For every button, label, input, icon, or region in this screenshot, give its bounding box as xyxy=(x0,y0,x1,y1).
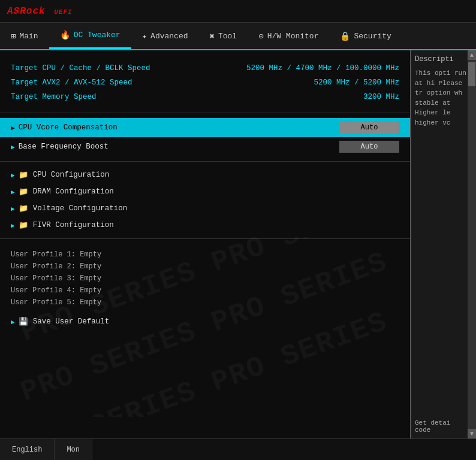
avx-speed-value: 5200 MHz / 5200 MHz xyxy=(314,78,399,87)
tab-tool[interactable]: ✖ Tool xyxy=(199,23,248,49)
cpu-config-arrow: ▶ xyxy=(11,171,15,179)
description-text: This opti run at hi Please tr option wh … xyxy=(415,68,472,128)
dram-config-label: DRAM Configuration xyxy=(33,187,114,196)
submenu-cpu-config[interactable]: ▶ 📁 CPU Configuration xyxy=(0,167,410,183)
vcore-arrow: ▶ xyxy=(11,124,15,132)
profile-3: User Profile 3: Empty xyxy=(11,273,399,285)
cpu-speed-label: Target CPU / Cache / BCLK Speed xyxy=(11,64,150,72)
description-title: Descripti xyxy=(415,55,472,63)
fivr-config-label: FIVR Configuration xyxy=(33,221,114,229)
advanced-icon: ✦ xyxy=(142,31,147,41)
tab-advanced-label: Advanced xyxy=(150,32,188,41)
hw-monitor-icon: ⊙ xyxy=(258,31,263,41)
description-panel: Descripti This opti run at hi Please tr … xyxy=(411,50,476,132)
bottom-bar: English Mon xyxy=(0,438,476,460)
profile-2: User Profile 2: Empty xyxy=(11,261,399,273)
vcore-value: Auto xyxy=(339,122,399,134)
save-user-default-row[interactable]: ▶ 💾 Save User Default xyxy=(0,313,410,330)
cpu-speed-value: 5200 MHz / 4700 MHz / 100.0000 MHz xyxy=(246,64,399,72)
setting-cpu-vcore[interactable]: ▶ CPU Vcore Compensation Auto xyxy=(0,118,410,137)
profiles-section: User Profile 1: Empty User Profile 2: Em… xyxy=(0,244,410,313)
dram-config-arrow: ▶ xyxy=(11,188,15,196)
description-bottom: Get detai code xyxy=(415,419,468,434)
cpu-config-label: CPU Configuration xyxy=(33,171,110,179)
info-row-cpu: Target CPU / Cache / BCLK Speed 5200 MHz… xyxy=(11,61,399,75)
profile-5: User Profile 5: Empty xyxy=(11,296,399,308)
save-arrow: ▶ xyxy=(11,318,15,326)
memory-speed-value: 3200 MHz xyxy=(363,93,399,101)
dram-config-folder-icon: 📁 xyxy=(19,187,28,196)
tab-advanced[interactable]: ✦ Advanced xyxy=(131,23,199,49)
save-default-label: Save User Default xyxy=(33,317,110,326)
base-freq-value: Auto xyxy=(339,141,399,153)
tab-oc-tweaker[interactable]: 🔥 OC Tweaker xyxy=(49,23,131,49)
monitor-label: Mon xyxy=(67,446,80,454)
vcore-label: CPU Vcore Compensation xyxy=(19,123,339,132)
scrollbar: ▲ ▼ xyxy=(468,50,476,438)
tab-hw-monitor[interactable]: ⊙ H/W Monitor xyxy=(248,23,329,49)
profile-4: User Profile 4: Empty xyxy=(11,285,399,296)
logo-brand: ASRock xyxy=(7,6,46,17)
language-button[interactable]: English xyxy=(0,439,55,460)
cpu-config-folder-icon: 📁 xyxy=(19,170,28,180)
fivr-config-arrow: ▶ xyxy=(11,222,15,229)
nav-bar: ⊞ Main 🔥 OC Tweaker ✦ Advanced ✖ Tool ⊙ … xyxy=(0,23,476,50)
setting-base-freq[interactable]: ▶ Base Frequency Boost Auto xyxy=(0,137,410,156)
monitor-button[interactable]: Mon xyxy=(55,439,92,460)
floppy-disk-icon: 💾 xyxy=(19,317,28,326)
separator-1 xyxy=(0,113,410,113)
submenu-voltage-config[interactable]: ▶ 📁 Voltage Configuration xyxy=(0,200,410,217)
info-section: Target CPU / Cache / BCLK Speed 5200 MHz… xyxy=(0,58,410,108)
tab-security-label: Security xyxy=(354,32,391,41)
tab-security[interactable]: 🔒 Security xyxy=(329,23,402,49)
base-freq-label: Base Frequency Boost xyxy=(19,143,339,151)
logo: ASRock UEFI xyxy=(7,6,73,17)
fivr-config-folder-icon: 📁 xyxy=(19,220,28,230)
profile-1: User Profile 1: Empty xyxy=(11,249,399,261)
submenu-dram-config[interactable]: ▶ 📁 DRAM Configuration xyxy=(0,183,410,200)
main-content: PRO SERIES PRO SERIES PRO SERIES PRO SER… xyxy=(0,50,476,438)
info-row-avx: Target AVX2 / AVX-512 Speed 5200 MHz / 5… xyxy=(11,75,399,90)
voltage-config-arrow: ▶ xyxy=(11,205,15,213)
right-panel: ▲ ▼ Descripti This opti run at hi Please… xyxy=(410,50,476,438)
tab-main-label: Main xyxy=(19,32,38,41)
base-freq-arrow: ▶ xyxy=(11,143,15,151)
separator-2 xyxy=(0,161,410,162)
left-panel: PRO SERIES PRO SERIES PRO SERIES PRO SER… xyxy=(0,50,410,438)
scrollbar-up-button[interactable]: ▲ xyxy=(468,50,476,60)
main-icon: ⊞ xyxy=(11,31,16,41)
security-icon: 🔒 xyxy=(340,31,350,41)
scrollbar-thumb[interactable] xyxy=(468,62,475,86)
scrollbar-down-button[interactable]: ▼ xyxy=(468,429,476,438)
memory-speed-label: Target Memory Speed xyxy=(11,93,97,101)
tab-main[interactable]: ⊞ Main xyxy=(0,23,49,49)
info-row-memory: Target Memory Speed 3200 MHz xyxy=(11,90,399,104)
separator-3 xyxy=(0,238,410,239)
tab-hw-monitor-label: H/W Monitor xyxy=(267,32,319,41)
tab-tool-label: Tool xyxy=(218,32,237,41)
avx-speed-label: Target AVX2 / AVX-512 Speed xyxy=(11,78,132,87)
header: ASRock UEFI xyxy=(0,0,476,23)
logo-uefi: UEFI xyxy=(54,8,72,16)
oc-tweaker-icon: 🔥 xyxy=(60,30,70,40)
submenu-fivr-config[interactable]: ▶ 📁 FIVR Configuration xyxy=(0,217,410,234)
voltage-config-folder-icon: 📁 xyxy=(19,204,28,213)
tool-icon: ✖ xyxy=(210,31,215,41)
language-label: English xyxy=(12,446,42,454)
voltage-config-label: Voltage Configuration xyxy=(33,204,128,213)
submenus-section: ▶ 📁 CPU Configuration ▶ 📁 DRAM Configura… xyxy=(0,167,410,234)
settings-section: ▶ CPU Vcore Compensation Auto ▶ Base Fre… xyxy=(0,118,410,156)
tab-oc-tweaker-label: OC Tweaker xyxy=(74,31,120,40)
